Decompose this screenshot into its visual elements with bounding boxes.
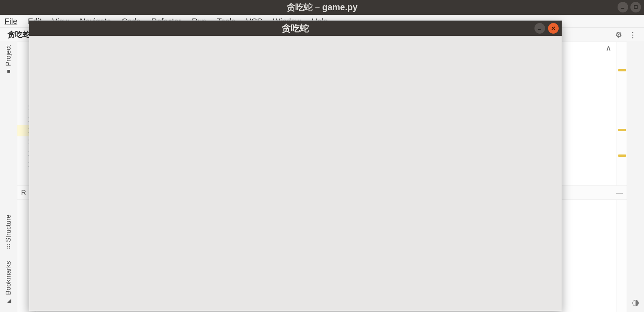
structure-icon: ⠿ [6,243,11,250]
warning-marker[interactable] [618,154,626,157]
editor-marker-strip[interactable] [616,42,627,312]
notifications-icon[interactable]: ◑ [632,298,639,307]
ide-window-title: 贪吃蛇 – game.py [287,2,358,13]
toolwindow-structure-label: Structure [5,215,12,242]
breadcrumb-root[interactable]: 贪吃蛇 [8,29,30,40]
kebab-icon[interactable]: ⋮ [629,30,636,39]
bookmark-icon: ◣ [5,297,12,304]
game-canvas[interactable] [29,36,562,311]
game-minimize-button[interactable] [534,23,545,34]
game-window: 贪吃蛇 [29,20,562,311]
toolwindow-bookmarks-label: Bookmarks [5,261,12,295]
game-window-controls [534,23,559,34]
game-window-title: 贪吃蛇 [282,22,309,34]
toolwindow-bookmarks[interactable]: ◣ Bookmarks [5,261,12,304]
toolwindow-project-label: Project [5,45,12,66]
warning-marker[interactable] [618,129,626,131]
toolwindow-project[interactable]: ■ Project [5,45,12,75]
ide-minimize-button[interactable] [618,2,628,12]
svg-rect-1 [634,6,637,9]
left-toolstrip: ■ Project ⠿ Structure ◣ Bookmarks [0,42,17,312]
gear-icon[interactable]: ⚙ [615,30,622,39]
menu-file[interactable]: File [5,17,17,26]
warning-marker[interactable] [618,69,626,71]
toolwindow-structure[interactable]: ⠿ Structure [5,215,12,249]
run-toolwindow-hide-icon[interactable]: — [616,189,623,197]
right-toolstrip: ◑ [627,42,644,312]
game-close-button[interactable] [548,23,559,34]
ide-maximize-button[interactable] [630,2,641,12]
game-titlebar[interactable]: 贪吃蛇 [29,21,562,36]
ide-toolbar-right: ⚙ ⋮ [615,30,636,39]
ide-titlebar: 贪吃蛇 – game.py [0,0,644,15]
ide-window-controls [618,2,641,12]
prev-highlight-icon[interactable]: ∧ [605,43,612,53]
folder-icon: ■ [5,68,12,75]
run-toolwindow-left-glyph: R [21,189,26,197]
